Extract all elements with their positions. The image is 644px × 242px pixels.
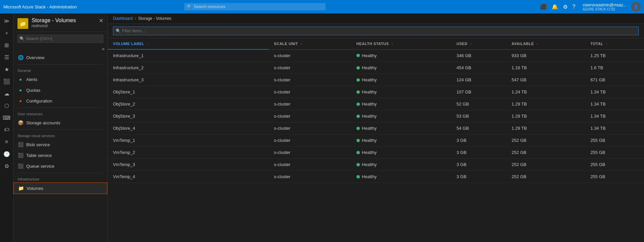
col-volume-label[interactable]: VOLUME LABEL ↑: [108, 38, 269, 49]
sidebar-item-blob-service[interactable]: ⬛ Blob service: [13, 139, 107, 150]
help-icon[interactable]: ?: [572, 4, 575, 10]
storage-accounts-icon: 📦: [17, 120, 24, 126]
rail-grid-icon[interactable]: ⬛: [1, 75, 13, 87]
table-row[interactable]: Infrastructure_3 s-cluster Healthy 124 G…: [108, 74, 644, 86]
sidebar-item-alerts[interactable]: ● Alerts: [13, 74, 107, 85]
cell-used: 3 GB: [451, 134, 506, 147]
table-service-icon: ⬛: [17, 152, 24, 158]
user-name: ciserviceadmin@msaz...: [583, 3, 627, 7]
table-row[interactable]: VmTemp_4 s-cluster Healthy 3 GB 252 GB 2…: [108, 171, 644, 183]
notification-icon[interactable]: 🔔: [552, 4, 558, 10]
rail-expand-icon[interactable]: ≫: [1, 15, 13, 27]
rail-tag-icon[interactable]: 🏷: [1, 124, 13, 136]
cell-health-status: Healthy: [351, 122, 451, 134]
rail-code-icon[interactable]: ⌨: [1, 112, 13, 124]
table-row[interactable]: ObjStore_4 s-cluster Healthy 54 GB 1.29 …: [108, 122, 644, 134]
sidebar-item-table-service[interactable]: ⬛ Table service: [13, 150, 107, 161]
col-available-text: AVAILABLE: [512, 42, 534, 46]
rail-add-icon[interactable]: ＋: [1, 27, 13, 39]
cell-health-status: Healthy: [351, 74, 451, 86]
cell-volume-label: VmTemp_3: [108, 159, 269, 171]
cell-total: 1.6 TB: [585, 62, 644, 74]
cell-total: 1.34 TB: [585, 122, 644, 134]
cell-used: 53 GB: [451, 110, 506, 122]
health-dot: [356, 163, 360, 166]
cell-used: 52 GB: [451, 98, 506, 110]
settings-icon[interactable]: ⚙: [563, 4, 568, 10]
sidebar-search-container: 🔍: [13, 32, 107, 45]
table-row[interactable]: Infrastructure_2 s-cluster Healthy 454 G…: [108, 62, 644, 74]
topbar-search-input[interactable]: [184, 3, 326, 10]
col-scale-unit[interactable]: SCALE UNIT ↕: [269, 38, 351, 49]
cell-volume-label: ObjStore_2: [108, 98, 269, 110]
sidebar-item-label: Overview: [26, 55, 44, 60]
rail-cloud-icon[interactable]: ☁: [1, 87, 13, 99]
table-row[interactable]: VmTemp_1 s-cluster Healthy 3 GB 252 GB 2…: [108, 134, 644, 147]
sidebar-item-overview[interactable]: 🌐 Overview: [13, 52, 107, 63]
cell-health-status: Healthy: [351, 110, 451, 122]
cell-used: 54 GB: [451, 122, 506, 134]
sidebar-header: 📁 Storage - Volumes redmond ✕: [13, 13, 107, 32]
cell-volume-label: ObjStore_1: [108, 86, 269, 98]
sidebar-item-label: Quotas: [26, 88, 40, 93]
table-row[interactable]: VmTemp_2 s-cluster Healthy 3 GB 252 GB 2…: [108, 147, 644, 159]
divider-infrastructure: [17, 173, 103, 173]
cell-total: 1.34 TB: [585, 110, 644, 122]
topbar-search-container: 🔍: [184, 3, 326, 10]
rail-dashboard-icon[interactable]: ⊞: [1, 39, 13, 51]
rail-clock-icon[interactable]: 🕐: [1, 148, 13, 160]
sort-asc-icon: ↑: [147, 42, 149, 46]
section-label-cloud-services: Storage cloud services: [13, 131, 107, 139]
sidebar-item-storage-accounts[interactable]: 📦 Storage accounts: [13, 117, 107, 128]
overview-icon: 🌐: [17, 54, 24, 61]
health-text: Healthy: [362, 162, 377, 167]
portal-icon[interactable]: ⬛: [540, 4, 547, 10]
table-row[interactable]: ObjStore_2 s-cluster Healthy 52 GB 1.29 …: [108, 98, 644, 110]
cell-available: 252 GB: [506, 159, 585, 171]
sidebar-search-input[interactable]: [17, 35, 103, 43]
content-inner: 🔍 VOLUME LABEL ↑ SCALE UNIT: [108, 24, 644, 242]
cell-scale-unit: s-cluster: [269, 74, 351, 86]
alerts-icon: ●: [17, 76, 24, 82]
icon-rail: ≫ ＋ ⊞ ☰ ★ ⬛ ☁ ⬡ ⌨ 🏷 ≡ 🕐 ⚙: [0, 13, 13, 242]
col-health-status[interactable]: HEALTH STATUS ↕: [351, 38, 451, 49]
avatar[interactable]: 👤: [631, 2, 641, 11]
cell-used: 3 GB: [451, 147, 506, 159]
sidebar-title: Storage - Volumes: [32, 17, 76, 24]
col-available[interactable]: AVAILABLE ↕: [506, 38, 585, 49]
rail-resources-icon[interactable]: ☰: [1, 51, 13, 63]
health-dot: [356, 54, 360, 57]
table-row[interactable]: ObjStore_3 s-cluster Healthy 53 GB 1.29 …: [108, 110, 644, 122]
table-row[interactable]: VmTemp_3 s-cluster Healthy 3 GB 252 GB 2…: [108, 159, 644, 171]
sidebar-item-label: Volumes: [27, 186, 43, 191]
table-wrapper: VOLUME LABEL ↑ SCALE UNIT ↕ HEALTH STATU…: [108, 38, 644, 242]
col-used[interactable]: USED ↕: [451, 38, 506, 49]
sidebar-item-volumes[interactable]: 📁 Volumes: [13, 183, 107, 194]
sidebar-item-label: Table service: [26, 153, 52, 158]
col-total[interactable]: TOTAL ↕: [585, 38, 644, 49]
sidebar-close-button[interactable]: ✕: [99, 17, 103, 24]
sidebar-item-queue-service[interactable]: ⬛ Queue service: [13, 161, 107, 171]
sidebar-item-label: Alerts: [26, 77, 37, 82]
sidebar-item-configuration[interactable]: ● Configuration: [13, 95, 107, 106]
filter-input[interactable]: [113, 27, 639, 35]
cell-volume-label: VmTemp_4: [108, 171, 269, 183]
sidebar-item-label: Storage accounts: [26, 120, 60, 125]
breadcrumb-dashboard[interactable]: Dashboard: [113, 16, 133, 21]
divider-general: [17, 64, 103, 65]
section-label-general: General: [13, 66, 107, 74]
table-row[interactable]: ObjStore_1 s-cluster Healthy 107 GB 1.24…: [108, 86, 644, 98]
sidebar-collapse-button[interactable]: «: [102, 46, 105, 51]
rail-favorites-icon[interactable]: ★: [1, 63, 13, 75]
table-row[interactable]: Infrastructure_1 s-cluster Healthy 346 G…: [108, 49, 644, 62]
rail-list-icon[interactable]: ≡: [1, 136, 13, 148]
health-text: Healthy: [362, 65, 377, 70]
rail-gear-icon[interactable]: ⚙: [1, 160, 13, 172]
rail-puzzle-icon[interactable]: ⬡: [1, 99, 13, 112]
sidebar-item-quotas[interactable]: ● Quotas: [13, 85, 107, 95]
table-header: VOLUME LABEL ↑ SCALE UNIT ↕ HEALTH STATU…: [108, 38, 644, 49]
topbar-search-icon: 🔍: [187, 4, 192, 9]
filter-search-icon: 🔍: [116, 29, 121, 33]
breadcrumb-separator: ›: [135, 16, 136, 21]
sort-both-icon3: ↕: [470, 42, 472, 46]
